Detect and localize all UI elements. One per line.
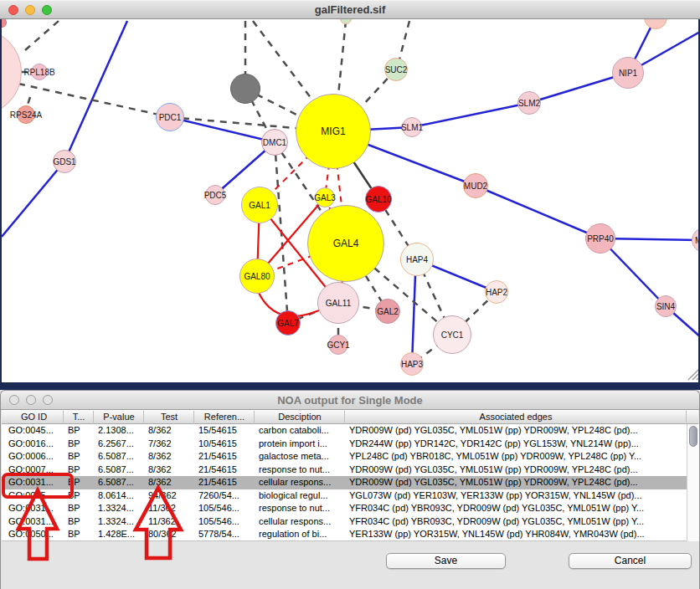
node-label: GCY1	[327, 341, 349, 350]
column-header-test[interactable]: Test	[144, 412, 194, 422]
node-gal11[interactable]: GAL11	[317, 282, 359, 324]
node-gal4[interactable]: GAL4	[307, 205, 384, 282]
cell-go-id: GO:0031...	[4, 476, 64, 489]
node-prp40[interactable]: PRP40	[585, 223, 615, 254]
node-suc2[interactable]: SUC2	[384, 58, 408, 81]
node-sin4[interactable]: SIN4	[655, 295, 677, 317]
column-separator[interactable]	[93, 411, 94, 423]
node-cyc1[interactable]: CYC1	[433, 315, 471, 354]
column-separator[interactable]	[686, 411, 687, 423]
noa-window-titlebar[interactable]: NOA output for Single Mode	[1, 391, 699, 410]
cell-description: response to nut...	[255, 464, 345, 477]
node-gal1[interactable]: GAL1	[241, 187, 278, 223]
node-label: RPL18B	[23, 68, 54, 77]
noa-output-window: NOA output for Single Mode GO IDT...P-va…	[0, 390, 700, 589]
network-edge[interactable]	[338, 21, 346, 95]
node-gal10[interactable]: GAL10	[365, 186, 392, 213]
table-row[interactable]: GO:0031...BP1.3324...11/362105/546...res…	[2, 502, 687, 515]
network-edge[interactable]	[399, 21, 409, 59]
column-header-reference[interactable]: Referen...	[194, 412, 255, 422]
column-separator[interactable]	[143, 411, 144, 423]
cell-description: cellular respons...	[255, 476, 345, 489]
node-slm2[interactable]: SLM2	[517, 91, 541, 115]
cell-test: 8/362	[144, 424, 194, 438]
column-header-description[interactable]: Desciption	[255, 412, 345, 422]
cell-associated-edges: YER133W (pp) YOR315W, YNL145W (pd) YHR08…	[345, 528, 687, 541]
node-pdc5[interactable]: PDC5	[205, 185, 225, 205]
cell-test: 7/362	[144, 438, 194, 451]
network-window-titlebar[interactable]: galFiltered.sif	[0, 0, 700, 19]
node-nip1[interactable]: NIP1	[612, 57, 644, 89]
table-row[interactable]: GO:0016...BP6.2567...7/36210/54615protei…	[2, 438, 687, 451]
table-row[interactable]: GO:0065...BP8.0614...94/3627260/54...bio…	[2, 489, 687, 503]
node-mud2[interactable]: MUD2	[463, 173, 488, 198]
table-row[interactable]: GO:0050...BP1.428E...80/3625778/54...reg…	[2, 528, 687, 541]
network-canvas[interactable]: RPL18BRPS24AGDS1PDC1DMC1SUC2MIG1SLM1SLM2…	[0, 19, 700, 382]
node-hap4[interactable]: HAP4	[400, 243, 434, 276]
table-row[interactable]: GO:0045...BP2.1308...8/36215/54615carbon…	[2, 424, 687, 438]
column-separator[interactable]	[344, 411, 345, 423]
results-table: GO:0045...BP2.1308...8/36215/54615carbon…	[2, 424, 687, 541]
cell-reference: 21/54615	[194, 450, 255, 464]
cell-p-value: 6.5087...	[94, 450, 144, 464]
column-header-type[interactable]: T...	[64, 412, 94, 422]
cell-p-value: 6.5087...	[94, 476, 144, 489]
network-edge[interactable]	[253, 21, 314, 102]
scrollbar-thumb[interactable]	[689, 426, 697, 447]
table-row[interactable]: GO:0007...BP6.5087...8/36221/54615respon…	[2, 464, 687, 477]
node-pdc1[interactable]: PDC1	[156, 103, 184, 131]
node-gal80[interactable]: GAL80	[239, 259, 275, 294]
node-gal2[interactable]: GAL2	[375, 299, 400, 324]
vertical-scrollbar[interactable]	[687, 424, 699, 541]
network-edge[interactable]	[476, 186, 600, 238]
cancel-button[interactable]: Cancel	[569, 553, 692, 569]
cell-type: BP	[64, 476, 94, 489]
node-label: PDC5	[204, 191, 227, 200]
node-rpl18b[interactable]: RPL18B	[31, 64, 48, 80]
cell-go-id: GO:0065...	[4, 489, 64, 503]
column-separator[interactable]	[63, 411, 64, 423]
node-hap2[interactable]: HAP2	[485, 280, 508, 304]
cell-associated-edges: YDR244W (pp) YDR142C, YDR142C (pp) YGL15…	[345, 438, 687, 451]
column-header-go-id[interactable]: GO ID	[4, 412, 64, 422]
node-label: PRP40	[587, 234, 614, 243]
node-gal3[interactable]: GAL3	[315, 187, 335, 207]
network-edge[interactable]	[412, 103, 529, 127]
table-row[interactable]: GO:0006...BP6.5087...8/36221/54615galact…	[2, 450, 687, 464]
node-gcy1[interactable]: GCY1	[328, 335, 348, 355]
network-edge[interactable]	[2, 161, 64, 237]
node-label: GAL3	[314, 193, 336, 202]
node-hap3[interactable]: HAP3	[400, 352, 424, 376]
column-separator[interactable]	[254, 411, 255, 423]
node-label: GAL7	[277, 319, 299, 328]
cell-p-value: 1.428E...	[94, 528, 144, 541]
node-label: SLM2	[518, 99, 540, 108]
node-slm1[interactable]: SLM1	[402, 117, 422, 137]
column-header-associated-edges[interactable]: Associated edges	[345, 412, 687, 422]
cell-type: BP	[64, 424, 94, 438]
save-button[interactable]: Save	[386, 553, 506, 569]
network-edge[interactable]	[25, 21, 59, 50]
node-label: MIG1	[321, 125, 345, 137]
network-window: galFiltered.sif RPL18BRPS24AGDS1PDC1DMC1…	[0, 0, 700, 390]
node-rps24a[interactable]: RPS24A	[17, 105, 35, 124]
node-gds1[interactable]: GDS1	[53, 150, 76, 173]
node-unlabeled[interactable]	[230, 74, 260, 104]
table-row[interactable]: GO:0031...BP1.3324...11/362105/546...cel…	[2, 515, 687, 529]
table-row[interactable]: GO:0031...BP6.5087...8/36221/54615cellul…	[2, 476, 687, 489]
column-header-p-value[interactable]: P-value	[94, 412, 144, 422]
cell-description: carbon cataboli...	[255, 424, 345, 438]
cell-reference: 10/54615	[194, 438, 255, 451]
node-dmc1[interactable]: DMC1	[261, 129, 288, 156]
network-edge[interactable]	[64, 21, 127, 161]
node-label: HAP3	[401, 360, 423, 369]
node-gal7[interactable]: GAL7	[275, 310, 301, 335]
column-separator[interactable]	[193, 411, 194, 423]
cell-reference: 21/54615	[194, 476, 255, 489]
resize-grip-icon[interactable]	[697, 378, 698, 380]
network-edges-layer	[0, 19, 700, 382]
node-mig1[interactable]: MIG1	[296, 94, 371, 169]
node-label: NIP1	[619, 69, 637, 78]
network-edge[interactable]	[412, 274, 415, 364]
network-window-bottom-border	[0, 382, 700, 390]
